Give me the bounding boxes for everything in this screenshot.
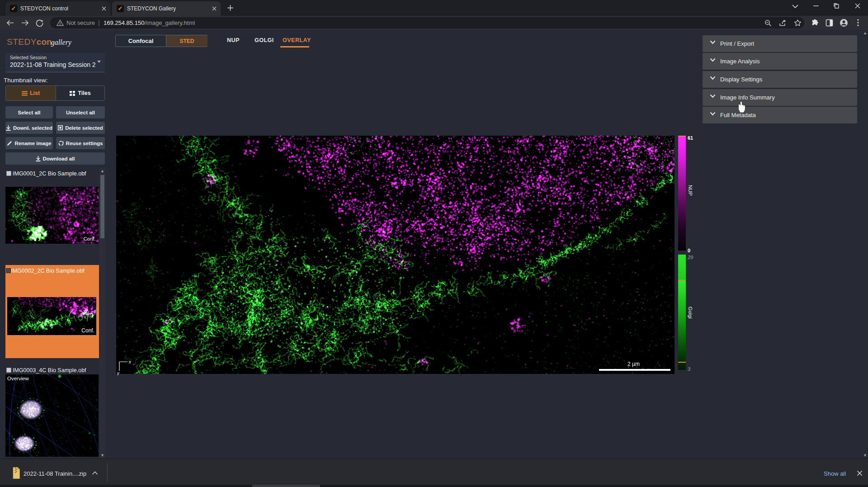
svg-text:y: y: [117, 371, 120, 375]
svg-text:x: x: [128, 359, 132, 364]
